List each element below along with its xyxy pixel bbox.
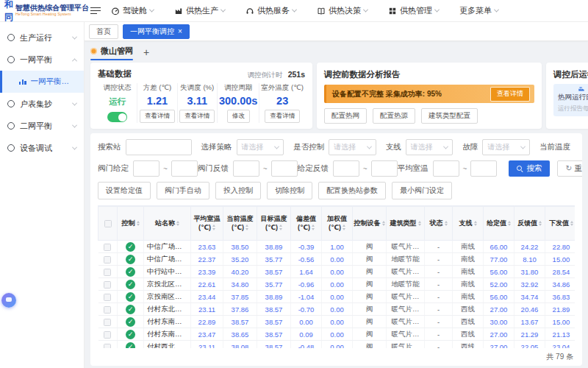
row-checkbox[interactable] — [104, 331, 111, 339]
config-button-配置热网[interactable]: 配置热网 — [324, 108, 367, 124]
column-header-给定值[interactable]: 给定值 — [484, 207, 514, 241]
row-checkbox[interactable] — [104, 344, 111, 348]
topnav-menu-供热决策[interactable]: 供热决策 — [317, 5, 368, 16]
control-status-toggle[interactable] — [107, 112, 127, 122]
column-header-支线[interactable]: 支线 — [453, 207, 484, 241]
row-checkbox[interactable] — [104, 269, 111, 276]
range-min-input[interactable] — [433, 160, 459, 177]
sidebar-item-生产运行[interactable]: 生产运行 — [0, 26, 84, 49]
config-button-配置热源[interactable]: 配置热源 — [373, 108, 415, 124]
range-min-input[interactable] — [233, 160, 259, 177]
control-check-icon[interactable]: ✓ — [126, 267, 135, 277]
topnav-menu-供热生产[interactable]: 供热生产 — [174, 5, 225, 16]
sort-icon[interactable] — [212, 224, 215, 230]
row-checkbox[interactable] — [104, 306, 111, 314]
column-header-偏差值 (℃)[interactable]: 偏差值 (℃) — [291, 207, 322, 241]
table-row[interactable]: ✓京投北区…22.6134.8035.77-0.960.00阀地暖节能-南线52… — [98, 278, 576, 291]
column-header-平均室温(℃)[interactable]: 平均室温(℃) — [191, 207, 223, 241]
tab-network[interactable]: 微山管网 — [90, 46, 133, 61]
alert-detail-button[interactable]: 查看详情 — [490, 87, 530, 102]
control-check-icon[interactable]: ✓ — [126, 255, 135, 264]
sort-icon[interactable] — [279, 224, 282, 230]
range-max-input[interactable] — [271, 160, 298, 177]
metric-action-button[interactable]: 修改 — [227, 110, 250, 123]
metric-action-button[interactable]: 查看详情 — [140, 110, 175, 123]
metric-action-button[interactable]: 查看详情 — [265, 110, 300, 123]
page-tab-一网平衡调控[interactable]: 一网平衡调控× — [123, 24, 190, 39]
column-header-加权值 (℃)[interactable]: 加权值 (℃) — [322, 207, 353, 241]
sort-icon[interactable] — [508, 221, 511, 226]
sort-icon[interactable] — [445, 221, 448, 226]
sidebar-item-设备调试[interactable]: 设备调试 — [0, 137, 84, 159]
filter-select-选择策略[interactable]: 请选择 — [237, 139, 284, 155]
table-row[interactable]: ✓中行站中…23.3940.2038.571.640.00阀暖气片…-南线56.… — [98, 266, 576, 278]
action-button-阀门手自动[interactable]: 阀门手自动 — [157, 182, 209, 199]
sort-icon[interactable] — [474, 221, 477, 226]
action-button-最小阀门设定[interactable]: 最小阀门设定 — [392, 182, 452, 199]
control-check-icon[interactable]: ✓ — [126, 305, 135, 314]
table-row[interactable]: ✓京投南区…23.4437.8538.89-1.040.00阀暖气片…-南线56… — [98, 291, 576, 303]
sort-icon[interactable] — [176, 221, 179, 226]
row-checkbox[interactable] — [104, 244, 111, 251]
sort-icon[interactable] — [382, 221, 385, 226]
row-checkbox[interactable] — [104, 319, 111, 326]
row-checkbox[interactable] — [104, 294, 111, 301]
add-network-tab-button[interactable]: + — [143, 46, 149, 58]
sort-icon[interactable] — [312, 224, 315, 230]
column-header-控制设备[interactable]: 控制设备 — [353, 207, 387, 241]
column-header-当前温度(℃)[interactable]: 当前温度(℃) — [223, 207, 257, 241]
filter-select-故障[interactable]: 请选择 — [482, 139, 530, 155]
table-row[interactable]: ✓付村东南…23.4738.6538.570.090.00阀暖气片…-西线27.… — [98, 328, 576, 341]
column-header-下发值[interactable]: 下发值 — [545, 207, 576, 241]
action-button-投入控制[interactable]: 投入控制 — [215, 182, 261, 199]
sort-icon[interactable] — [343, 224, 345, 230]
filter-select-是否控制[interactable]: 请选择 — [329, 139, 376, 155]
column-header-建筑类型[interactable]: 建筑类型 — [387, 207, 425, 241]
heating-network-report-card[interactable]: 热网运行日报 运行报告每时… — [553, 84, 588, 116]
close-tab-icon[interactable]: × — [178, 28, 182, 35]
sort-icon[interactable] — [245, 224, 248, 230]
table-row[interactable]: ✓付村东北…23.1137.8638.57-0.700.00阀暖气片…-西线27… — [98, 303, 576, 316]
range-min-input[interactable] — [333, 160, 359, 177]
filter-select-支线[interactable]: 请选择 — [406, 139, 453, 155]
sort-icon[interactable] — [418, 221, 421, 226]
range-max-input[interactable] — [171, 160, 198, 177]
topnav-menu-供热管理[interactable]: 供热管理 — [388, 5, 439, 16]
column-header-反馈值[interactable]: 反馈值 — [514, 207, 545, 241]
station-search-input[interactable] — [126, 139, 192, 155]
table-row[interactable]: ✓中信广场…22.3735.2035.77-0.560.00阀地暖节能-南线77… — [98, 253, 576, 266]
search-button[interactable]: 搜索 — [509, 160, 550, 177]
control-check-icon[interactable]: ✓ — [126, 317, 135, 327]
topnav-menu-供热服务[interactable]: 供热服务 — [245, 5, 296, 16]
sidebar-item-一网平衡[interactable]: 一网平衡 — [0, 49, 84, 71]
action-button-设置给定值[interactable]: 设置给定值 — [98, 182, 151, 199]
control-check-icon[interactable]: ✓ — [126, 242, 135, 252]
control-check-icon[interactable]: ✓ — [126, 292, 135, 302]
row-checkbox[interactable] — [104, 256, 111, 263]
sort-icon[interactable] — [137, 221, 140, 226]
table-row[interactable]: ✓付村东南…22.8938.5738.570.000.00阀暖气片…-西线30.… — [98, 316, 576, 328]
sort-icon[interactable] — [570, 221, 573, 226]
sidebar-item-一网平衡…[interactable]: 一网平衡… — [0, 71, 84, 93]
table-row[interactable]: ✓付村西北…23.1138.0838.57-0.480.00阀暖气片…-西线27… — [98, 341, 576, 349]
range-max-input[interactable] — [470, 160, 497, 177]
reset-button[interactable]: ↻重置 — [557, 160, 582, 177]
sort-icon[interactable] — [539, 221, 542, 226]
column-header-控制[interactable]: 控制 — [118, 207, 144, 241]
sidebar-item-户表集抄[interactable]: 户表集抄 — [0, 93, 84, 115]
action-button-切除控制[interactable]: 切除控制 — [267, 182, 312, 199]
row-checkbox[interactable] — [104, 281, 111, 289]
control-check-icon[interactable]: ✓ — [126, 280, 135, 289]
topnav-menu-驾驶舱[interactable]: 驾驶舱 — [111, 5, 154, 16]
sidebar-item-二网平衡[interactable]: 二网平衡 — [0, 115, 84, 137]
range-max-input[interactable] — [371, 160, 398, 177]
column-header-状态[interactable]: 状态 — [425, 207, 453, 241]
range-min-input[interactable] — [133, 160, 159, 177]
topnav-menu-更多菜单[interactable]: 更多菜单 — [459, 5, 498, 16]
ai-assistant-button[interactable] — [1, 293, 16, 308]
table-row[interactable]: ✓中信广场…23.6338.5038.89-0.391.00阀暖气片…-南线66… — [98, 241, 576, 253]
action-button-配置换热站参数[interactable]: 配置换热站参数 — [318, 182, 386, 199]
control-check-icon[interactable]: ✓ — [126, 342, 135, 349]
select-all-checkbox[interactable] — [104, 220, 112, 227]
config-button-建筑类型配置[interactable]: 建筑类型配置 — [421, 108, 478, 124]
